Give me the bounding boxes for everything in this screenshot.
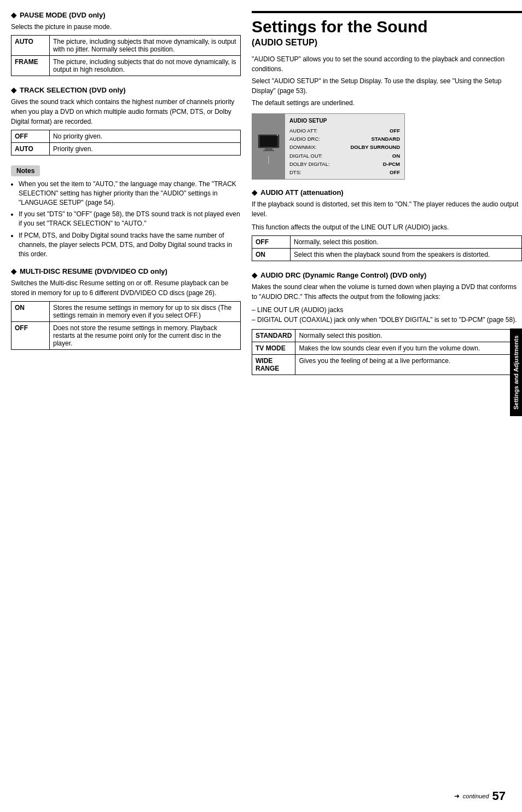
audio-drc-jacks: – LINE OUT L/R (AUDIO) jacks– DIGITAL OU… [252, 305, 522, 325]
pause-mode-heading: ◆ PAUSE MODE (DVD only) [11, 11, 241, 19]
table-row: STANDARDNormally select this position. [252, 330, 522, 342]
menu-label: DTS: [289, 168, 301, 176]
setup-menu-row: AUDIO DRC:STANDARD [289, 135, 400, 143]
table-row: AUTOPriority given. [11, 143, 241, 156]
setup-menu-rows: AUDIO ATT:OFFAUDIO DRC:STANDARDDOWNMIX:D… [289, 126, 400, 176]
audio-att-heading: ◆ AUDIO ATT (attenuation) [252, 188, 522, 197]
setup-menu-title: AUDIO SETUP [289, 117, 400, 125]
menu-label: DIGITAL OUT: [289, 152, 322, 160]
option-desc: Stores the resume settings in memory for… [50, 302, 241, 322]
menu-label: DOLBY DIGITAL: [289, 160, 330, 168]
diamond-icon-4: ◆ [252, 188, 257, 197]
setup-menu-row: DOLBY DIGITAL:D-PCM [289, 160, 400, 168]
option-desc: Select this when the playback sound from… [291, 249, 522, 261]
setup-display: AUDIO SETUP AUDIO ATT:OFFAUDIO DRC:STAND… [252, 113, 405, 180]
audio-att-intro: If the playback sound is distorted, set … [252, 199, 522, 219]
pause-mode-table: AUTOThe picture, including subjects that… [11, 35, 241, 76]
menu-value: DOLBY SURROUND [350, 143, 400, 151]
diamond-icon-2: ◆ [11, 86, 16, 94]
table-row: OFFNormally, select this position. [252, 236, 522, 249]
sub-heading: (AUDIO SETUP) [252, 38, 522, 48]
track-selection-heading: ◆ TRACK SELECTION (DVD only) [11, 86, 241, 94]
page-footer: ➜ continued 57 [454, 789, 506, 803]
menu-value: OFF [390, 126, 400, 135]
continued-arrow: ➜ [454, 792, 460, 800]
option-key: AUTO [11, 36, 50, 56]
left-column: ◆ PAUSE MODE (DVD only) Selects the pict… [11, 11, 252, 801]
right-intro: "AUDIO SETUP" allows you to set the soun… [252, 54, 522, 108]
menu-label: AUDIO DRC: [289, 135, 320, 143]
page-number: 57 [492, 789, 506, 803]
audio-drc-heading: ◆ AUDIO DRC (Dynamic Range Control) (DVD… [252, 271, 522, 279]
table-row: OFFNo priority given. [11, 130, 241, 143]
setup-menu-row: DIGITAL OUT:ON [289, 152, 400, 160]
option-key: OFF [252, 236, 291, 249]
table-row: AUTOThe picture, including subjects that… [11, 36, 241, 56]
option-desc: The picture, including subjects that do … [50, 56, 241, 76]
notes-section: Notes When you set the item to "AUTO," t… [11, 165, 241, 258]
option-desc: The picture, including subjects that mov… [50, 36, 241, 56]
option-desc: Normally select this position. [295, 330, 522, 342]
svg-point-4 [277, 134, 278, 135]
menu-value: ON [392, 152, 400, 160]
option-key: ON [11, 302, 50, 322]
option-desc: Does not store the resume settings in me… [50, 322, 241, 350]
table-row: WIDERANGEGives you the feeling of being … [252, 355, 522, 375]
cable-icon [268, 156, 269, 164]
svg-rect-3 [263, 150, 274, 151]
intro-line: "AUDIO SETUP" allows you to set the soun… [252, 54, 522, 74]
jack-item: – DIGITAL OUT (COAXIAL) jack only when "… [252, 315, 522, 325]
side-tab: Settings and Adjustments [510, 329, 522, 416]
menu-label: AUDIO ATT: [289, 126, 317, 135]
setup-display-content: AUDIO SETUP AUDIO ATT:OFFAUDIO DRC:STAND… [285, 114, 404, 179]
main-heading: Settings for the Sound [252, 11, 522, 36]
setup-menu-row: DOWNMIX:DOLBY SURROUND [289, 143, 400, 151]
track-selection-table: OFFNo priority given.AUTOPriority given. [11, 130, 241, 156]
audio-drc-section: ◆ AUDIO DRC (Dynamic Range Control) (DVD… [252, 271, 522, 375]
option-desc: No priority given. [50, 130, 241, 143]
option-key: FRAME [11, 56, 50, 76]
tv-icon [257, 130, 281, 154]
option-key: STANDARD [252, 330, 295, 342]
list-item: When you set the item to "AUTO," the lan… [19, 180, 241, 207]
option-key: ON [252, 249, 291, 261]
audio-drc-table: STANDARDNormally select this position.TV… [252, 329, 522, 375]
jack-item: – LINE OUT L/R (AUDIO) jacks [252, 305, 522, 315]
option-desc: Makes the low sounds clear even if you t… [295, 342, 522, 355]
table-row: FRAMEThe picture, including subjects tha… [11, 56, 241, 76]
multi-disc-table: ONStores the resume settings in memory f… [11, 301, 241, 350]
continued-text: continued [463, 793, 489, 799]
diamond-icon-5: ◆ [252, 271, 257, 279]
option-key: AUTO [11, 143, 50, 156]
notes-label: Notes [11, 165, 40, 176]
option-key: OFF [11, 130, 50, 143]
option-key: OFF [11, 322, 50, 350]
menu-value: STANDARD [371, 135, 400, 143]
option-desc: Gives you the feeling of being at a live… [295, 355, 522, 375]
list-item: If you set "DTS" to "OFF" (page 58), the… [19, 210, 241, 228]
multi-disc-intro: Switches the Multi-disc Resume setting o… [11, 278, 241, 298]
option-desc: Priority given. [50, 143, 241, 156]
menu-label: DOWNMIX: [289, 143, 317, 151]
track-selection-intro: Gives the sound track which contains the… [11, 97, 241, 126]
multi-disc-heading: ◆ MULTI-DISC RESUME (DVD/VIDEO CD only) [11, 267, 241, 275]
audio-drc-intro: Makes the sound clear when the volume is… [252, 282, 522, 302]
menu-value: D-PCM [383, 160, 400, 168]
setup-menu-row: AUDIO ATT:OFF [289, 126, 400, 135]
table-row: TV MODEMakes the low sounds clear even i… [252, 342, 522, 355]
intro-line: The default settings are underlined. [252, 98, 522, 108]
pause-mode-section: ◆ PAUSE MODE (DVD only) Selects the pict… [11, 11, 241, 76]
right-column: Settings for the Sound (AUDIO SETUP) "AU… [252, 11, 522, 801]
multi-disc-section: ◆ MULTI-DISC RESUME (DVD/VIDEO CD only) … [11, 267, 241, 350]
option-key: TV MODE [252, 342, 295, 355]
option-desc: Normally, select this position. [291, 236, 522, 249]
diamond-icon: ◆ [11, 11, 16, 19]
notes-list: When you set the item to "AUTO," the lan… [11, 180, 241, 258]
table-row: OFFDoes not store the resume settings in… [11, 322, 241, 350]
table-row: ONStores the resume settings in memory f… [11, 302, 241, 322]
audio-att-table: OFFNormally, select this position.ONSele… [252, 235, 522, 261]
table-row: ONSelect this when the playback sound fr… [252, 249, 522, 261]
audio-att-detail: This function affects the output of the … [252, 222, 522, 232]
menu-value: OFF [390, 168, 400, 176]
svg-rect-1 [260, 136, 277, 147]
